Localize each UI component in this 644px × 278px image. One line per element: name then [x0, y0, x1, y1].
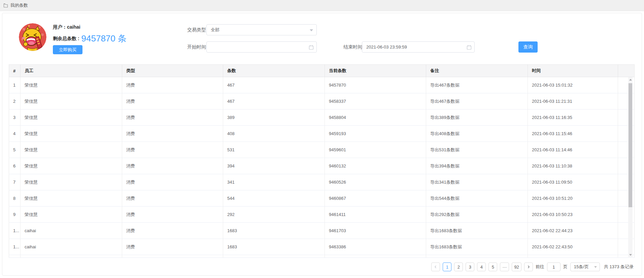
table-cell: 9458804 [325, 110, 426, 126]
table-cell: 394 [223, 158, 325, 174]
page-size-select[interactable]: 15条/页 [570, 262, 600, 271]
end-time-input[interactable] [366, 44, 464, 50]
table-row: 5荣佳慧消费5319459601导出531条数据2021-06-03 11:14… [9, 142, 635, 158]
calendar-icon[interactable] [467, 45, 472, 51]
table-cell: 389 [223, 110, 325, 126]
table-cell: 消费 [122, 174, 223, 190]
prev-page-button[interactable] [431, 262, 440, 271]
total-records-label: 共 1373 条记录 [604, 264, 634, 270]
table-cell: 消费 [122, 110, 223, 126]
table-cell: 荣佳慧 [21, 93, 122, 110]
table-cell: 导出531条数据 [426, 142, 528, 158]
chevron-down-icon [594, 266, 597, 268]
transaction-type-select[interactable]: 全部 [206, 24, 317, 35]
main-card: 用户：caihai 剩余总条数 : 9457870 条 立即购买 交易类型 全部… [2, 13, 642, 276]
remaining-count: 剩余总条数 : 9457870 条 [53, 33, 127, 44]
table-row: 3荣佳慧消费3899458804导出389条数据2021-06-03 11:16… [9, 110, 635, 126]
end-time-field [362, 41, 475, 53]
table-cell: 8 [9, 190, 21, 207]
table-row: 7荣佳慧消费3419460526导出341条数据2021-06-03 11:09… [9, 174, 635, 190]
avatar [19, 23, 46, 51]
table-cell: 1... [9, 239, 21, 255]
table-cell: 9 [9, 207, 21, 223]
table-cell: 导出467条数据 [426, 93, 528, 110]
column-header: 当前条数 [325, 65, 426, 77]
column-header: 时间 [528, 65, 618, 77]
table-cell: 1... [9, 223, 21, 239]
table-cell: 导出544条数据 [426, 190, 528, 207]
table-cell: 2 [9, 93, 21, 110]
table-cell: 消费 [122, 190, 223, 207]
table-cell: 导出408条数据 [426, 126, 528, 142]
goto-page-input[interactable] [547, 262, 561, 271]
scroll-up-icon[interactable] [628, 77, 633, 82]
start-time-input[interactable] [211, 44, 306, 50]
table-cell: caihai [21, 239, 122, 255]
page-button[interactable]: 4 [477, 262, 486, 271]
table-cell: 9458337 [325, 93, 426, 110]
calendar-icon[interactable] [309, 45, 314, 51]
table-cell: 消费 [122, 158, 223, 174]
buy-now-button[interactable]: 立即购买 [53, 45, 82, 54]
page-button[interactable]: 3 [466, 262, 474, 271]
scroll-down-icon[interactable] [628, 252, 633, 257]
table-cell: 导出1683条数据 [426, 239, 528, 255]
table-cell: 6 [9, 158, 21, 174]
table-cell: 544 [223, 190, 325, 207]
table-cell: 荣佳慧 [21, 190, 122, 207]
table-cell: 荣佳慧 [21, 110, 122, 126]
search-button[interactable]: 查询 [518, 41, 538, 53]
page-size-value: 15条/页 [574, 264, 589, 270]
table-cell: 消费 [122, 207, 223, 223]
table-cell: 7 [9, 174, 21, 190]
table-cell: 导出389条数据 [426, 110, 528, 126]
table-cell: 2021-06-03 10:50:23 [528, 207, 618, 223]
column-header: 类型 [122, 65, 223, 77]
scrollbar-thumb[interactable] [629, 83, 632, 207]
table-row: 2荣佳慧消费4679458337导出467条数据2021-06-03 11:21… [9, 93, 635, 110]
page-unit-label: 页 [563, 264, 568, 270]
table-cell: 消费 [122, 126, 223, 142]
table-cell: 导出467条数据 [426, 77, 528, 93]
table-cell: 1683 [223, 223, 325, 239]
pagination: 12345···92 前往 页 15条/页 共 1373 条记录 [431, 262, 634, 272]
folder-icon [3, 3, 8, 8]
topbar: 我的条数 [0, 0, 644, 11]
table-cell: 408 [223, 126, 325, 142]
more-pages-button[interactable]: ··· [500, 262, 509, 271]
table-cell: 5 [9, 142, 21, 158]
table-cell: 2021-06-03 11:16:35 [528, 110, 618, 126]
next-page-button[interactable] [524, 262, 533, 271]
table-cell: 2021-06-02 22:43:50 [528, 239, 618, 255]
start-time-field [206, 41, 317, 53]
start-time-label: 开始时间 [187, 41, 206, 53]
vertical-scrollbar[interactable] [628, 77, 633, 257]
table-cell: 1 [9, 77, 21, 93]
table-cell: 9460526 [325, 174, 426, 190]
table-cell: 荣佳慧 [21, 174, 122, 190]
table-cell: 2021-06-02 22:44:23 [528, 223, 618, 239]
table-cell: 9463386 [325, 239, 426, 255]
chevron-down-icon [310, 29, 313, 31]
table-cell: 1683 [223, 239, 325, 255]
transaction-type-value: 全部 [211, 27, 219, 33]
table-cell: 9457870 [325, 77, 426, 93]
table-cell: 荣佳慧 [21, 142, 122, 158]
table-row-partial [9, 255, 635, 258]
table-cell: 2021-06-03 11:15:46 [528, 126, 618, 142]
table-cell: 2021-06-03 11:14:46 [528, 142, 618, 158]
table-cell: 消费 [122, 223, 223, 239]
table-cell: 导出292条数据 [426, 207, 528, 223]
table-cell: 4 [9, 126, 21, 142]
page-button[interactable]: 2 [454, 262, 463, 271]
table-body: 1荣佳慧消费4679457870导出467条数据2021-06-03 15:01… [9, 77, 635, 258]
column-header-gutter [618, 65, 635, 77]
column-header: 条数 [223, 65, 325, 77]
table-cell: 531 [223, 142, 325, 158]
table-cell: 9459601 [325, 142, 426, 158]
page-button[interactable]: 1 [443, 262, 451, 271]
page-button[interactable]: 5 [488, 262, 497, 271]
table-cell: 消费 [122, 239, 223, 255]
table-cell: 导出1683条数据 [426, 223, 528, 239]
page-button[interactable]: 92 [512, 262, 521, 271]
